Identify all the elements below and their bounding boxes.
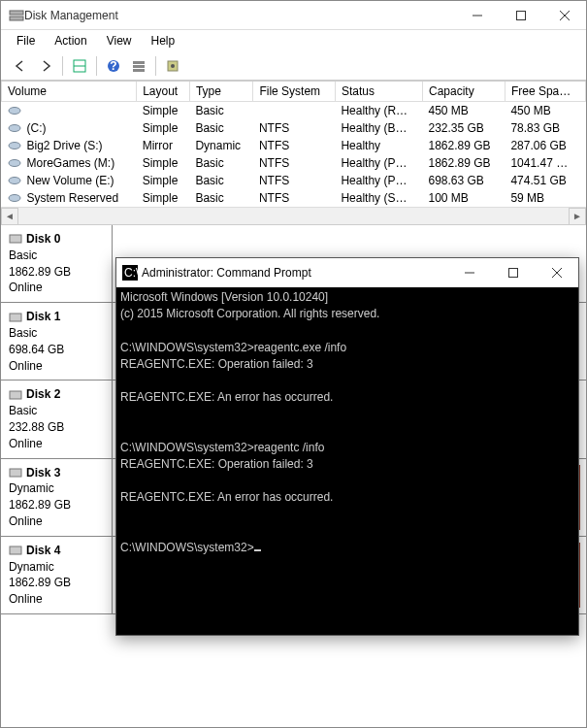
cmd-output[interactable]: Microsoft Windows [Version 10.0.10240] (…: [116, 287, 578, 635]
volume-row[interactable]: MoreGames (M:)SimpleBasicNTFSHealthy (P……: [2, 154, 586, 172]
volume-row[interactable]: System ReservedSimpleBasicNTFSHealthy (S…: [2, 189, 586, 207]
volume-status: Healthy (B…: [335, 119, 422, 137]
disk-type: Basic: [9, 403, 104, 419]
disk-icon: [9, 389, 22, 401]
svg-rect-22: [10, 314, 21, 321]
cmd-icon: C:\: [122, 265, 138, 281]
col-status[interactable]: Status: [335, 82, 422, 102]
volume-name: Big2 Drive (S:): [21, 137, 137, 154]
svg-point-15: [9, 108, 20, 115]
col-layout[interactable]: Layout: [137, 82, 190, 102]
cmd-maximize-button[interactable]: [491, 259, 535, 286]
svg-point-18: [9, 160, 20, 167]
volume-layout: Simple: [137, 119, 190, 137]
disk-info[interactable]: Disk 1Basic698.64 GBOnline: [1, 303, 113, 380]
disk-size: 1862.89 GB: [9, 264, 104, 281]
forward-button[interactable]: [34, 54, 57, 78]
disk-info[interactable]: Disk 3Dynamic1862.89 GBOnline: [1, 459, 113, 536]
disk-info[interactable]: Disk 4Dynamic1862.89 GBOnline: [1, 537, 113, 613]
disk-status: Online: [9, 358, 104, 375]
volume-free: 78.83 GB: [505, 119, 585, 137]
volume-capacity: 100 MB: [423, 189, 505, 207]
volume-type: Basic: [189, 172, 253, 189]
svg-point-16: [9, 125, 20, 132]
volume-row[interactable]: New Volume (E:)SimpleBasicNTFSHealthy (P…: [2, 172, 586, 189]
volume-status: Healthy (R…: [335, 102, 422, 120]
volume-type: Basic: [189, 189, 253, 207]
volume-icon: [8, 176, 21, 185]
svg-text:C:\: C:\: [124, 266, 138, 280]
command-prompt-window: C:\ Administrator: Command Prompt Micros…: [115, 257, 579, 636]
disk-management-icon: [9, 8, 24, 23]
disk-type: Basic: [9, 325, 104, 342]
svg-rect-11: [133, 65, 145, 68]
minimize-button[interactable]: [455, 2, 499, 29]
svg-text:?: ?: [110, 59, 116, 73]
title-bar: Disk Management: [1, 1, 586, 30]
volume-fs: [253, 102, 336, 120]
svg-point-19: [9, 178, 20, 184]
volume-capacity: 232.35 GB: [423, 119, 505, 137]
volume-free: 450 MB: [505, 102, 585, 120]
col-volume[interactable]: Volume: [2, 82, 137, 102]
disk-info[interactable]: Disk 0Basic1862.89 GBOnline: [1, 225, 113, 302]
svg-rect-21: [10, 235, 21, 243]
disk-type: Basic: [9, 248, 104, 264]
close-button[interactable]: [542, 2, 586, 29]
volume-status: Healthy (P…: [335, 172, 422, 189]
back-button[interactable]: [9, 54, 32, 78]
volume-type: Basic: [189, 154, 253, 172]
view-panes-button[interactable]: [68, 54, 91, 78]
col-capacity[interactable]: Capacity: [423, 82, 505, 102]
volume-capacity: 1862.89 GB: [423, 154, 505, 172]
help-button[interactable]: ?: [102, 54, 125, 78]
cmd-title-bar: C:\ Administrator: Command Prompt: [116, 258, 578, 287]
settings-button[interactable]: [161, 54, 184, 78]
svg-rect-12: [133, 69, 145, 72]
disk-icon: [9, 312, 22, 323]
scroll-left-icon[interactable]: ◄: [1, 208, 18, 225]
svg-rect-3: [516, 11, 525, 19]
volume-free: 59 MB: [505, 189, 585, 207]
menu-action[interactable]: Action: [47, 32, 94, 50]
volume-fs: NTFS: [253, 172, 336, 189]
volume-status: Healthy (S…: [335, 189, 422, 207]
disk-status: Online: [9, 280, 104, 296]
volume-layout: Mirror: [137, 137, 190, 154]
cmd-minimize-button[interactable]: [447, 259, 491, 286]
menu-help[interactable]: Help: [144, 32, 183, 50]
svg-rect-25: [10, 546, 21, 554]
svg-rect-0: [10, 11, 23, 15]
disk-status: Online: [9, 513, 104, 530]
disk-name: Disk 2: [26, 386, 60, 403]
cmd-close-button[interactable]: [535, 259, 578, 286]
svg-point-20: [9, 195, 20, 202]
disk-info[interactable]: Disk 2Basic232.88 GBOnline: [1, 381, 113, 457]
disk-icon: [9, 467, 22, 479]
scroll-right-icon[interactable]: ►: [569, 208, 586, 225]
list-view-button[interactable]: [127, 54, 150, 78]
svg-point-17: [9, 143, 20, 149]
maximize-button[interactable]: [499, 2, 542, 29]
cmd-window-title: Administrator: Command Prompt: [138, 266, 447, 280]
disk-size: 232.88 GB: [9, 419, 104, 436]
svg-rect-1: [10, 17, 23, 20]
volume-layout: Simple: [137, 154, 190, 172]
volume-capacity: 698.63 GB: [423, 172, 505, 189]
disk-name: Disk 1: [26, 309, 60, 325]
col-filesystem[interactable]: File System: [253, 82, 336, 102]
volume-row[interactable]: (C:)SimpleBasicNTFSHealthy (B…232.35 GB7…: [2, 119, 586, 137]
col-type[interactable]: Type: [189, 82, 253, 102]
volume-fs: NTFS: [253, 154, 336, 172]
volume-icon: [8, 123, 21, 133]
svg-rect-24: [10, 469, 21, 477]
horizontal-scrollbar[interactable]: ◄ ►: [1, 207, 586, 224]
menu-file[interactable]: File: [9, 32, 43, 50]
volume-capacity: 450 MB: [423, 102, 505, 120]
menu-view[interactable]: View: [99, 32, 140, 50]
col-free[interactable]: Free Spa…: [505, 82, 585, 102]
disk-icon: [9, 233, 22, 245]
disk-size: 1862.89 GB: [9, 497, 104, 513]
volume-row[interactable]: SimpleBasicHealthy (R…450 MB450 MB: [2, 102, 586, 120]
volume-row[interactable]: Big2 Drive (S:)MirrorDynamicNTFSHealthy1…: [2, 137, 586, 154]
